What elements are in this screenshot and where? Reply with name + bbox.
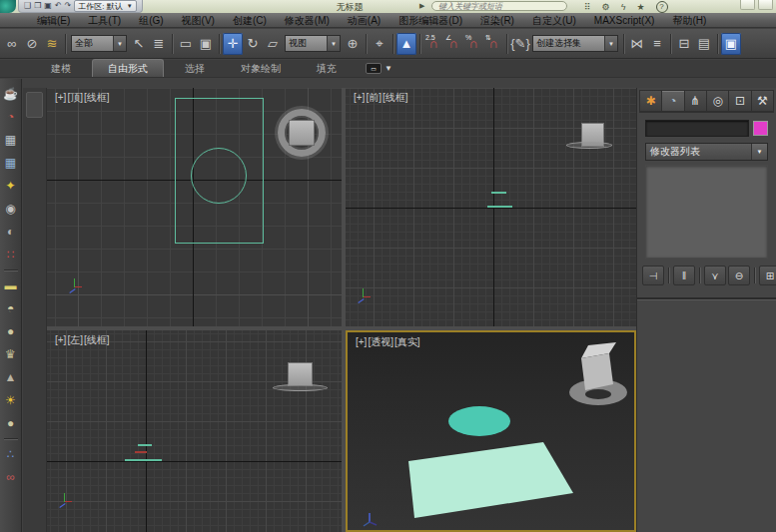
torus-object[interactable] — [273, 384, 328, 391]
window-crossing-icon[interactable]: ▣ — [196, 33, 216, 55]
menu-item-6[interactable]: 动画(A) — [339, 13, 389, 28]
teapot-icon[interactable]: ☕ — [3, 86, 19, 102]
utilities-tab[interactable]: ⚒ — [752, 90, 774, 112]
gauge-icon[interactable]: ◔ — [3, 109, 19, 125]
help-icon[interactable]: ? — [656, 1, 668, 13]
favorites-star-icon[interactable]: ★ — [636, 2, 644, 12]
make-unique-button[interactable]: ⋎ — [704, 266, 726, 285]
menu-item-2[interactable]: 组(G) — [130, 13, 172, 28]
infocenter-expand-icon[interactable]: ▶ — [419, 2, 424, 10]
selection-filter-dropdown[interactable]: 全部▼ — [71, 35, 127, 52]
ribbon-tab-2[interactable]: 选择 — [170, 60, 220, 77]
select-and-link-icon[interactable]: ∞ — [2, 33, 22, 55]
angle-snap-icon[interactable]: ∠∩ — [443, 33, 463, 55]
viewport-perspective[interactable]: [+][透视][真实] — [346, 330, 636, 532]
use-pivot-center-icon[interactable]: ⊕ — [343, 33, 363, 55]
viewport-shading-button[interactable]: [真实] — [394, 336, 420, 347]
circle-spline-filled[interactable] — [448, 406, 510, 436]
half-sphere-icon[interactable]: ◐ — [3, 224, 19, 240]
select-and-rotate-icon[interactable]: ↻ — [243, 33, 263, 55]
box-object[interactable] — [289, 120, 315, 146]
menu-item-0[interactable]: 编辑(E) — [28, 13, 79, 28]
audio-icon[interactable]: ◉ — [3, 201, 19, 217]
menu-item-9[interactable]: 自定义(U) — [523, 13, 585, 28]
render-setup-icon[interactable]: ▣ — [721, 33, 741, 55]
select-object-icon[interactable]: ↖ — [129, 33, 149, 55]
menu-item-7[interactable]: 图形编辑器(D) — [389, 13, 471, 28]
menu-item-8[interactable]: 渲染(R) — [471, 13, 523, 28]
circle-spline-edge[interactable] — [138, 444, 152, 446]
app-logo-icon[interactable] — [0, 0, 16, 13]
circle-spline-edge[interactable] — [491, 192, 506, 194]
create-tab[interactable]: ✱ — [639, 90, 662, 112]
viewport-menu-button[interactable]: [+] — [55, 334, 66, 345]
unlink-selection-icon[interactable]: ⊘ — [22, 33, 42, 55]
ribbon-tab-4[interactable]: 填充 — [302, 60, 352, 77]
lightning-icon[interactable]: ϟ — [621, 2, 626, 12]
menu-item-4[interactable]: 创建(C) — [224, 13, 276, 28]
chevron-down-icon[interactable]: ▼ — [604, 36, 617, 51]
edit-named-sets-icon[interactable]: {✎} — [510, 33, 530, 55]
show-end-result-button[interactable]: ‖ — [673, 266, 695, 285]
viewport-view-button[interactable]: [透视] — [368, 336, 393, 347]
rectangular-selection-region-icon[interactable]: ▭ — [176, 33, 196, 55]
object-color-swatch[interactable] — [753, 121, 768, 136]
select-and-manipulate-icon[interactable]: ⌖ — [370, 33, 389, 55]
display-tab[interactable]: ⊡ — [729, 90, 751, 112]
viewport-layout-tab[interactable] — [26, 92, 43, 118]
spinner-snap-icon[interactable]: ⇅∩ — [483, 33, 503, 55]
pin-stack-button[interactable]: ⊣ — [642, 266, 664, 285]
ribbon-overflow-button[interactable]: ▭▼ — [366, 63, 392, 74]
box-object[interactable] — [288, 362, 313, 386]
modify-tab[interactable]: ◔ — [662, 90, 684, 112]
menu-item-11[interactable]: 帮助(H) — [663, 13, 715, 28]
viewport-view-button[interactable]: [前] — [366, 92, 382, 103]
viewport-front[interactable]: [+][前][线框] — [346, 88, 636, 326]
percent-snap-icon[interactable]: %∩ — [463, 33, 483, 55]
ribbon-tab-3[interactable]: 对象绘制 — [226, 60, 296, 77]
menu-item-1[interactable]: 工具(T) — [79, 13, 130, 28]
redo-icon[interactable]: ↷ — [65, 2, 72, 10]
remove-modifier-button[interactable]: ⊖ — [728, 266, 750, 285]
modifier-list-dropdown[interactable]: 修改器列表 ▼ — [645, 143, 768, 161]
lightbulb-icon[interactable]: ✦ — [3, 178, 19, 194]
snaps-toggle-icon[interactable]: 2.5∩ — [423, 33, 443, 55]
undo-icon[interactable]: ↶ — [55, 2, 62, 10]
named-selection-sets-dropdown[interactable]: 创建选择集▼ — [532, 35, 618, 52]
workspace-dropdown[interactable]: 工作区: 默认 ▼ — [74, 0, 136, 12]
plane-object[interactable] — [408, 442, 573, 518]
sphere2-icon[interactable]: ● — [3, 415, 19, 431]
viewport-left[interactable]: [+][左][线框] — [47, 330, 342, 532]
menu-item-3[interactable]: 视图(V) — [173, 13, 224, 28]
select-and-scale-icon[interactable]: ▱ — [263, 33, 283, 55]
layer-manager-icon[interactable]: ⊟ — [674, 33, 694, 55]
chevron-down-icon[interactable]: ▼ — [113, 36, 126, 51]
minimize-button[interactable] — [740, 0, 755, 10]
molecule-icon[interactable]: ∞ — [3, 469, 19, 485]
apps-grid-icon[interactable]: ⠿ — [584, 2, 591, 12]
reference-coordinate-dropdown[interactable]: 视图▼ — [285, 35, 341, 52]
select-by-name-icon[interactable]: ≣ — [149, 33, 169, 55]
dome-icon[interactable]: ◓ — [3, 300, 19, 316]
snowflake-icon[interactable]: ∴ — [3, 446, 19, 462]
scene-explorer-icon[interactable]: ▤ — [694, 33, 714, 55]
plane-icon[interactable]: ▬ — [3, 277, 19, 293]
viewport-shading-button[interactable]: [线框] — [383, 92, 408, 103]
object-name-input[interactable] — [645, 120, 749, 137]
plane-edge[interactable] — [125, 459, 162, 461]
viewport-menu-button[interactable]: [+] — [356, 336, 367, 347]
bind-to-space-warp-icon[interactable]: ≋ — [42, 33, 62, 55]
align-icon[interactable]: ≡ — [647, 33, 667, 55]
search-input[interactable] — [431, 1, 567, 11]
sun-icon[interactable]: ☀ — [3, 392, 19, 408]
hierarchy-tab[interactable]: ⋔ — [685, 90, 707, 112]
viewport-menu-button[interactable]: [+] — [354, 92, 365, 103]
sphere-icon[interactable]: ● — [3, 323, 19, 339]
new-file-icon[interactable]: ❑ — [24, 2, 31, 10]
select-and-move-icon[interactable]: ✛ — [223, 33, 243, 55]
box-object-front[interactable] — [581, 353, 613, 390]
mirror-icon[interactable]: ⋈ — [627, 33, 647, 55]
maximize-button[interactable] — [758, 0, 773, 10]
save-file-icon[interactable]: ▣ — [44, 2, 52, 10]
torus-object[interactable] — [566, 142, 612, 149]
